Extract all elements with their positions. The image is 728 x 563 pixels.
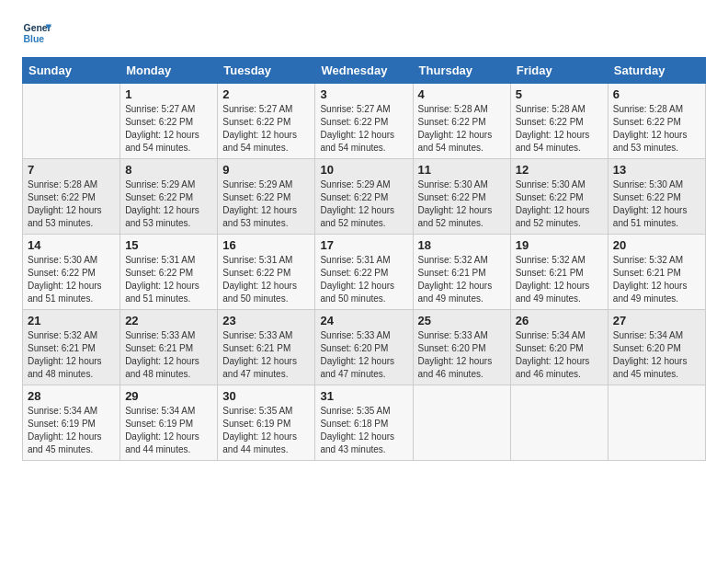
day-info: Sunrise: 5:30 AMSunset: 6:22 PMDaylight:… xyxy=(418,178,506,230)
day-number: 4 xyxy=(418,87,506,101)
day-cell: 29Sunrise: 5:34 AMSunset: 6:19 PMDayligh… xyxy=(120,385,218,461)
day-number: 19 xyxy=(516,238,603,252)
logo-icon: General Blue xyxy=(22,18,51,48)
week-row-1: 1Sunrise: 5:27 AMSunset: 6:22 PMDaylight… xyxy=(23,84,706,159)
day-cell: 27Sunrise: 5:34 AMSunset: 6:20 PMDayligh… xyxy=(608,310,705,385)
day-number: 13 xyxy=(613,163,700,177)
day-number: 6 xyxy=(613,87,700,101)
header-thursday: Thursday xyxy=(413,58,510,84)
day-number: 3 xyxy=(320,87,407,101)
day-number: 7 xyxy=(28,163,115,177)
day-cell: 14Sunrise: 5:30 AMSunset: 6:22 PMDayligh… xyxy=(23,235,120,310)
day-cell: 22Sunrise: 5:33 AMSunset: 6:21 PMDayligh… xyxy=(120,310,218,385)
week-row-5: 28Sunrise: 5:34 AMSunset: 6:19 PMDayligh… xyxy=(23,385,706,461)
day-cell: 12Sunrise: 5:30 AMSunset: 6:22 PMDayligh… xyxy=(510,159,608,235)
day-number: 24 xyxy=(320,314,407,327)
day-number: 5 xyxy=(516,87,603,101)
day-number: 16 xyxy=(222,238,310,252)
day-number: 9 xyxy=(222,163,310,177)
day-number: 8 xyxy=(125,163,212,177)
day-info: Sunrise: 5:27 AMSunset: 6:22 PMDaylight:… xyxy=(125,103,212,155)
day-info: Sunrise: 5:28 AMSunset: 6:22 PMDaylight:… xyxy=(613,103,700,155)
day-cell: 21Sunrise: 5:32 AMSunset: 6:21 PMDayligh… xyxy=(23,310,120,385)
day-info: Sunrise: 5:34 AMSunset: 6:19 PMDaylight:… xyxy=(28,405,115,456)
header-tuesday: Tuesday xyxy=(218,58,315,84)
page-header: General Blue xyxy=(22,18,706,48)
day-number: 1 xyxy=(125,87,212,101)
day-cell: 5Sunrise: 5:28 AMSunset: 6:22 PMDaylight… xyxy=(510,84,608,159)
week-row-4: 21Sunrise: 5:32 AMSunset: 6:21 PMDayligh… xyxy=(23,310,706,385)
day-info: Sunrise: 5:34 AMSunset: 6:20 PMDaylight:… xyxy=(516,329,603,381)
day-cell: 17Sunrise: 5:31 AMSunset: 6:22 PMDayligh… xyxy=(315,235,413,310)
day-number: 31 xyxy=(320,389,407,403)
day-info: Sunrise: 5:27 AMSunset: 6:22 PMDaylight:… xyxy=(222,103,310,155)
header-monday: Monday xyxy=(120,58,218,84)
day-cell: 23Sunrise: 5:33 AMSunset: 6:21 PMDayligh… xyxy=(218,310,315,385)
day-info: Sunrise: 5:33 AMSunset: 6:20 PMDaylight:… xyxy=(418,329,506,381)
header-friday: Friday xyxy=(510,58,608,84)
day-number: 11 xyxy=(418,163,506,177)
day-cell xyxy=(510,385,608,461)
day-info: Sunrise: 5:29 AMSunset: 6:22 PMDaylight:… xyxy=(125,178,212,230)
day-info: Sunrise: 5:28 AMSunset: 6:22 PMDaylight:… xyxy=(28,178,115,230)
day-cell: 7Sunrise: 5:28 AMSunset: 6:22 PMDaylight… xyxy=(23,159,120,235)
day-cell: 24Sunrise: 5:33 AMSunset: 6:20 PMDayligh… xyxy=(315,310,413,385)
day-info: Sunrise: 5:32 AMSunset: 6:21 PMDaylight:… xyxy=(613,254,700,305)
day-cell: 19Sunrise: 5:32 AMSunset: 6:21 PMDayligh… xyxy=(510,235,608,310)
day-number: 25 xyxy=(418,314,506,327)
day-cell: 28Sunrise: 5:34 AMSunset: 6:19 PMDayligh… xyxy=(23,385,120,461)
day-number: 27 xyxy=(613,314,700,327)
day-info: Sunrise: 5:33 AMSunset: 6:21 PMDaylight:… xyxy=(125,329,212,381)
svg-text:Blue: Blue xyxy=(24,34,45,44)
day-info: Sunrise: 5:28 AMSunset: 6:22 PMDaylight:… xyxy=(418,103,506,155)
day-number: 20 xyxy=(613,238,700,252)
day-number: 30 xyxy=(222,389,310,403)
day-cell: 11Sunrise: 5:30 AMSunset: 6:22 PMDayligh… xyxy=(413,159,510,235)
day-info: Sunrise: 5:33 AMSunset: 6:21 PMDaylight:… xyxy=(222,329,310,381)
day-info: Sunrise: 5:29 AMSunset: 6:22 PMDaylight:… xyxy=(222,178,310,230)
calendar-table: SundayMondayTuesdayWednesdayThursdayFrid… xyxy=(22,57,706,461)
day-cell: 25Sunrise: 5:33 AMSunset: 6:20 PMDayligh… xyxy=(413,310,510,385)
day-number: 14 xyxy=(28,238,115,252)
calendar-header-row: SundayMondayTuesdayWednesdayThursdayFrid… xyxy=(23,58,706,84)
day-number: 23 xyxy=(222,314,310,327)
day-cell: 6Sunrise: 5:28 AMSunset: 6:22 PMDaylight… xyxy=(608,84,705,159)
day-cell: 3Sunrise: 5:27 AMSunset: 6:22 PMDaylight… xyxy=(315,84,413,159)
day-number: 28 xyxy=(28,389,115,403)
header-wednesday: Wednesday xyxy=(315,58,413,84)
day-number: 10 xyxy=(320,163,407,177)
day-cell: 8Sunrise: 5:29 AMSunset: 6:22 PMDaylight… xyxy=(120,159,218,235)
day-cell: 26Sunrise: 5:34 AMSunset: 6:20 PMDayligh… xyxy=(510,310,608,385)
day-info: Sunrise: 5:27 AMSunset: 6:22 PMDaylight:… xyxy=(320,103,407,155)
day-info: Sunrise: 5:31 AMSunset: 6:22 PMDaylight:… xyxy=(222,254,310,305)
header-saturday: Saturday xyxy=(608,58,705,84)
day-cell xyxy=(413,385,510,461)
day-info: Sunrise: 5:34 AMSunset: 6:19 PMDaylight:… xyxy=(125,405,212,456)
day-info: Sunrise: 5:28 AMSunset: 6:22 PMDaylight:… xyxy=(516,103,603,155)
logo: General Blue xyxy=(22,18,51,48)
day-cell: 13Sunrise: 5:30 AMSunset: 6:22 PMDayligh… xyxy=(608,159,705,235)
day-info: Sunrise: 5:30 AMSunset: 6:22 PMDaylight:… xyxy=(28,254,115,305)
day-info: Sunrise: 5:31 AMSunset: 6:22 PMDaylight:… xyxy=(320,254,407,305)
day-number: 21 xyxy=(28,314,115,327)
day-cell: 4Sunrise: 5:28 AMSunset: 6:22 PMDaylight… xyxy=(413,84,510,159)
day-info: Sunrise: 5:32 AMSunset: 6:21 PMDaylight:… xyxy=(418,254,506,305)
day-info: Sunrise: 5:29 AMSunset: 6:22 PMDaylight:… xyxy=(320,178,407,230)
day-number: 15 xyxy=(125,238,212,252)
day-number: 22 xyxy=(125,314,212,327)
day-info: Sunrise: 5:32 AMSunset: 6:21 PMDaylight:… xyxy=(28,329,115,381)
day-number: 2 xyxy=(222,87,310,101)
day-info: Sunrise: 5:35 AMSunset: 6:18 PMDaylight:… xyxy=(320,405,407,456)
day-number: 17 xyxy=(320,238,407,252)
day-number: 18 xyxy=(418,238,506,252)
day-info: Sunrise: 5:31 AMSunset: 6:22 PMDaylight:… xyxy=(125,254,212,305)
day-number: 29 xyxy=(125,389,212,403)
day-info: Sunrise: 5:35 AMSunset: 6:19 PMDaylight:… xyxy=(222,405,310,456)
day-cell: 1Sunrise: 5:27 AMSunset: 6:22 PMDaylight… xyxy=(120,84,218,159)
day-number: 26 xyxy=(516,314,603,327)
day-cell xyxy=(23,84,120,159)
week-row-3: 14Sunrise: 5:30 AMSunset: 6:22 PMDayligh… xyxy=(23,235,706,310)
day-cell: 9Sunrise: 5:29 AMSunset: 6:22 PMDaylight… xyxy=(218,159,315,235)
day-cell: 2Sunrise: 5:27 AMSunset: 6:22 PMDaylight… xyxy=(218,84,315,159)
day-cell: 30Sunrise: 5:35 AMSunset: 6:19 PMDayligh… xyxy=(218,385,315,461)
